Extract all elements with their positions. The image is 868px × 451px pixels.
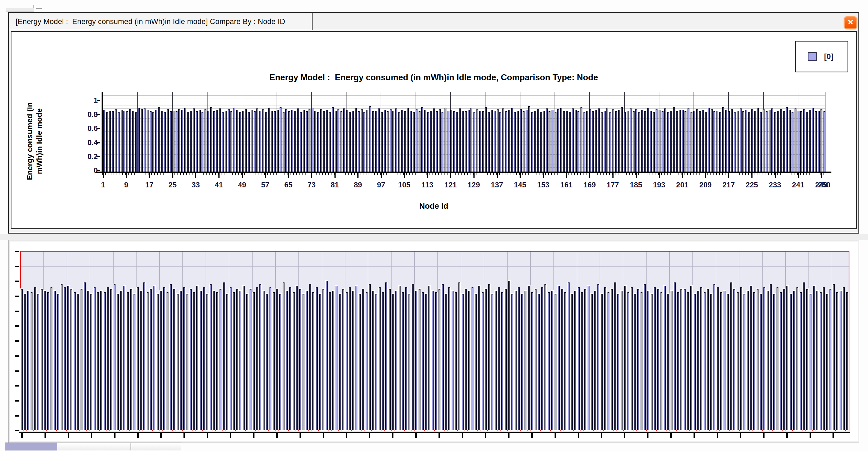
overview-bar <box>737 292 739 430</box>
bar <box>320 109 322 172</box>
scrollbar-thumb[interactable] <box>5 443 57 450</box>
bar <box>528 106 530 172</box>
overview-bar <box>482 292 484 430</box>
bar <box>309 109 310 172</box>
bar <box>555 112 556 172</box>
overview-bar <box>558 286 560 430</box>
overview-bar <box>47 292 49 430</box>
bar <box>404 111 406 172</box>
bar <box>676 111 678 172</box>
overview-bar <box>273 292 275 430</box>
overview-bar <box>756 289 758 430</box>
overview-bar <box>385 282 387 430</box>
overview-bar <box>459 282 460 430</box>
scrollbar-track[interactable] <box>57 443 181 450</box>
overview-bar <box>521 294 523 430</box>
overview-bar <box>270 288 271 430</box>
bar <box>366 110 368 172</box>
overview-bar <box>574 291 576 430</box>
overview-bar <box>501 292 503 430</box>
bar <box>239 112 241 172</box>
bar <box>178 109 180 172</box>
bar <box>343 109 345 172</box>
bar <box>303 110 305 172</box>
overview-bar <box>621 291 623 430</box>
overview-bar <box>561 289 563 430</box>
overview-bar <box>677 292 679 430</box>
overview-bar <box>797 288 798 430</box>
bar <box>176 111 178 172</box>
overview-bar <box>777 288 778 430</box>
x-tick-label: 49 <box>231 181 253 189</box>
overview-bar <box>379 288 381 430</box>
bar <box>511 108 513 172</box>
overview-bar <box>193 292 195 430</box>
overview-bar <box>110 289 112 430</box>
overview-bar <box>823 288 825 430</box>
bar <box>613 109 614 172</box>
bar <box>633 111 634 172</box>
bar <box>517 111 519 172</box>
bar <box>453 111 455 172</box>
bar <box>771 109 773 172</box>
bar <box>818 111 820 172</box>
overview-bar <box>243 286 245 430</box>
overview-bar <box>90 294 92 430</box>
bar <box>598 109 600 172</box>
overview-bar <box>286 291 288 430</box>
overview-plot-area[interactable] <box>20 251 849 431</box>
overview-bar <box>637 289 639 430</box>
bar <box>792 112 794 172</box>
bar <box>456 112 458 172</box>
bar <box>653 112 655 172</box>
x-tick-label: 9 <box>115 181 137 189</box>
overview-bar <box>445 294 447 430</box>
bar <box>181 110 183 172</box>
bar <box>557 109 559 172</box>
x-tick-label: 89 <box>347 181 369 189</box>
x-tick-label: 65 <box>277 181 299 189</box>
overview-bars-layer <box>21 251 848 430</box>
overview-bar <box>186 294 188 430</box>
bar <box>213 111 215 172</box>
overview-bar <box>223 282 225 430</box>
chart-tab[interactable]: [Energy Model : Energy consumed (in mWh)… <box>9 13 313 30</box>
bar <box>699 111 701 172</box>
top-plot-area[interactable] <box>101 92 826 172</box>
bar <box>332 107 334 172</box>
overview-bar <box>127 292 129 430</box>
bar <box>748 112 750 172</box>
overview-bar <box>753 292 755 430</box>
bar <box>205 109 207 172</box>
x-tick-label: 73 <box>301 181 322 189</box>
bar <box>450 110 452 172</box>
bar <box>118 112 120 172</box>
overview-bar <box>140 291 142 430</box>
bar <box>216 110 218 172</box>
bar <box>526 110 528 172</box>
overview-bar <box>816 291 818 430</box>
x-tick-label: 193 <box>648 181 670 189</box>
bar <box>658 110 660 172</box>
overview-bar <box>389 289 391 430</box>
overview-bar <box>727 294 729 430</box>
overview-bar <box>843 288 845 430</box>
bar <box>390 109 392 172</box>
overview-bar <box>468 291 470 430</box>
bar <box>323 111 325 172</box>
overview-bar <box>438 289 440 430</box>
overview-bar <box>597 284 599 430</box>
overview-bar <box>588 286 589 430</box>
overview-bar <box>289 288 291 430</box>
overview-bar <box>700 288 702 430</box>
overview-bar <box>747 291 749 430</box>
bar <box>202 112 204 172</box>
bar <box>595 110 597 172</box>
overview-bar <box>226 294 228 430</box>
overview-bar <box>455 292 457 430</box>
bar <box>661 111 663 172</box>
overview-bar <box>591 294 593 430</box>
overview-bar <box>123 286 125 430</box>
overview-bar <box>767 291 769 430</box>
close-button[interactable]: ✕ <box>844 17 857 29</box>
